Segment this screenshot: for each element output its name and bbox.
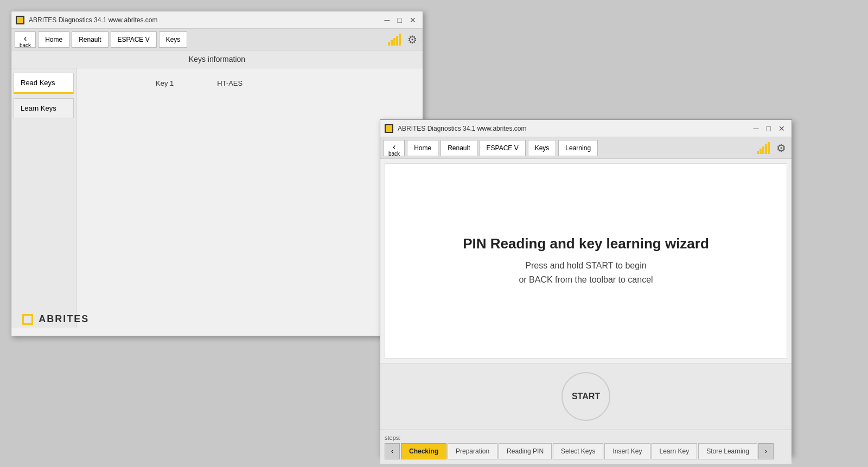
settings-btn-2[interactable]: ⚙ [774,142,788,155]
signal-bar-2-1 [757,151,759,154]
minimize-btn-1[interactable]: ─ [382,16,392,24]
content-1: Read Keys Learn Keys Key 1 HT-AES [11,68,423,328]
back-label-1: back [20,43,31,48]
toolbar-1: ‹ back Home Renault ESPACE V Keys ⚙ [11,29,423,50]
step-insert-key[interactable]: Insert Key [604,443,650,459]
logo-area: ABRITES [22,314,89,325]
close-btn-1[interactable]: ✕ [407,16,418,24]
settings-btn-1[interactable]: ⚙ [405,33,419,46]
minimize-btn-2[interactable]: ─ [751,124,761,133]
window-1: ABRITES Diagnostics 34.1 www.abrites.com… [11,11,423,336]
wizard-text-area: PIN Reading and key learning wizard Pres… [441,214,731,308]
step-checking[interactable]: Checking [401,443,446,459]
nav-home-2[interactable]: Home [407,140,438,156]
nav-home-1[interactable]: Home [38,31,69,48]
window-2: ABRITES Diagnostics 34.1 www.abrites.com… [380,119,792,456]
signal-icon-2 [757,142,770,154]
tab-learn-keys[interactable]: Learn Keys [14,98,74,118]
signal-bar-2-2 [760,149,762,154]
title-bar-left-2: ABRITES Diagnostics 34.1 www.abrites.com [385,124,526,133]
key-type: HT-AES [217,79,242,87]
wizard-subtitle: Press and hold START to begin or BACK fr… [463,259,709,286]
chevron-right-icon: › [765,447,767,455]
wizard-area: PIN Reading and key learning wizard Pres… [385,163,787,359]
maximize-btn-1[interactable]: □ [395,16,404,24]
window-controls-1: ─ □ ✕ [382,16,418,24]
signal-bar-3 [393,38,395,46]
nav-keys-1[interactable]: Keys [159,31,188,48]
step-back-btn[interactable]: ‹ [385,443,400,459]
wizard-subtitle-line2: or BACK from the toolbar to cancel [519,275,653,284]
nav-learning[interactable]: Learning [558,140,598,156]
signal-bar-2-3 [762,146,764,154]
step-select-keys[interactable]: Select Keys [553,443,603,459]
signal-icon-1 [388,34,401,46]
signal-bar-2 [391,40,393,46]
back-btn-2[interactable]: ‹ back [384,140,405,156]
window-title-2: ABRITES Diagnostics 34.1 www.abrites.com [398,125,526,132]
steps-container: ‹ Checking Preparation Reading PIN Selec… [385,443,787,459]
step-next-btn[interactable]: › [758,443,774,459]
back-label-2: back [388,151,400,157]
signal-bar-5 [399,34,401,46]
title-bar-left: ABRITES Diagnostics 34.1 www.abrites.com [16,16,157,24]
back-btn-1[interactable]: ‹ back [15,31,36,48]
steps-bar: steps: ‹ Checking Preparation Reading PI… [380,430,792,464]
abrites-logo: ABRITES [22,314,89,325]
nav-renault-2[interactable]: Renault [441,140,477,156]
wizard-subtitle-line1: Press and hold START to begin [525,261,646,270]
start-btn-area: START [380,363,792,430]
wizard-title: PIN Reading and key learning wizard [463,235,709,252]
app-icon-2 [385,124,393,133]
back-arrow-icon: ‹ [24,34,27,43]
step-reading-pin[interactable]: Reading PIN [499,443,552,459]
tab-read-keys[interactable]: Read Keys [14,73,74,94]
title-bar-2: ABRITES Diagnostics 34.1 www.abrites.com… [380,120,792,137]
w2-content-inner: PIN Reading and key learning wizard Pres… [380,159,792,430]
title-bar-1: ABRITES Diagnostics 34.1 www.abrites.com… [11,11,423,29]
signal-bar-4 [396,36,398,46]
nav-espacev-2[interactable]: ESPACE V [480,140,526,156]
app-icon [16,16,24,24]
step-store-learning[interactable]: Store Learning [698,443,757,459]
w2-content: PIN Reading and key learning wizard Pres… [380,159,792,455]
tabs-panel: Read Keys Learn Keys [11,68,76,328]
maximize-btn-2[interactable]: □ [764,124,773,133]
logo-text: ABRITES [39,314,89,324]
signal-bar-2-5 [768,142,770,154]
close-btn-2[interactable]: ✕ [776,124,787,133]
section-header-1: Keys information [11,50,423,68]
back-arrow-icon-2: ‹ [393,143,395,151]
step-learn-key[interactable]: Learn Key [652,443,698,459]
signal-bar-2-4 [765,144,767,154]
window-title-1: ABRITES Diagnostics 34.1 www.abrites.com [29,16,157,24]
nav-espacev-1[interactable]: ESPACE V [111,31,157,48]
step-preparation[interactable]: Preparation [448,443,497,459]
signal-bar-1 [388,42,390,46]
nav-keys-2[interactable]: Keys [528,140,557,156]
start-button[interactable]: START [561,372,610,421]
toolbar-2: ‹ back Home Renault ESPACE V Keys Learni… [380,137,792,159]
key-name: Key 1 [156,79,174,87]
chevron-left-icon: ‹ [391,447,393,455]
key-row-1: Key 1 HT-AES [154,75,416,92]
nav-renault-1[interactable]: Renault [72,31,108,48]
window-controls-2: ─ □ ✕ [751,124,787,133]
logo-box [22,314,33,325]
steps-label: steps: [385,434,787,441]
